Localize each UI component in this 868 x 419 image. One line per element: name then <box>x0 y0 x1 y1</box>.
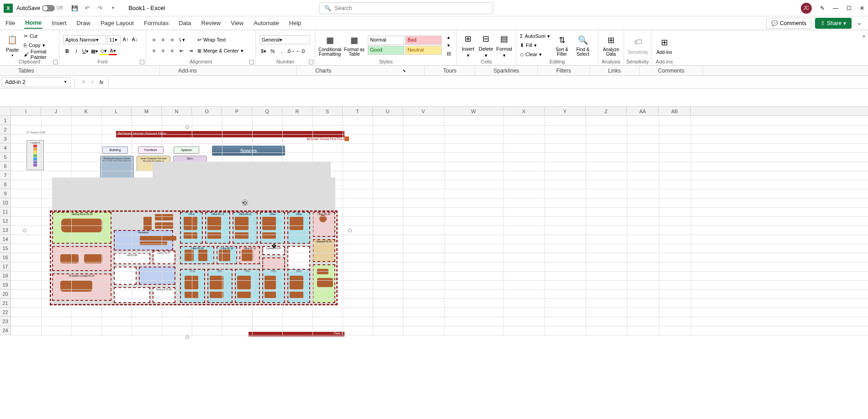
clipboard-dialog-icon[interactable] <box>53 60 58 64</box>
floorplan-furniture[interactable] <box>155 214 173 220</box>
row-header[interactable]: 2 <box>0 125 11 134</box>
tab-page-layout[interactable]: Page Layout <box>100 18 135 28</box>
ribbon2-sparklines[interactable]: Sparklines <box>475 66 538 75</box>
tab-view[interactable]: View <box>230 18 244 28</box>
row-header[interactable]: 14 <box>0 235 11 244</box>
align-middle-icon[interactable]: ≡ <box>159 36 167 44</box>
column-header[interactable]: L <box>101 107 132 115</box>
clear-button[interactable]: ◇ Clear ▾ <box>520 50 550 58</box>
orientation-icon[interactable]: ⤹▾ <box>177 36 185 44</box>
toggle-switch[interactable] <box>42 5 55 11</box>
floorplan-furniture[interactable] <box>210 292 223 298</box>
find-select-button[interactable]: 🔍Find & Select <box>574 32 592 58</box>
selection-handle[interactable] <box>23 229 26 232</box>
floorplan-furniture[interactable] <box>184 232 197 239</box>
floorplan-furniture[interactable] <box>317 278 333 287</box>
tab-automate[interactable]: Automate <box>253 18 280 28</box>
selection-handle[interactable] <box>348 229 352 232</box>
floorplan-furniture[interactable] <box>290 216 303 230</box>
ribbon2-add-ins[interactable]: Add-ins <box>160 66 297 75</box>
format-as-table-button[interactable]: ▦Format as Table <box>344 32 365 58</box>
column-header[interactable]: J <box>41 107 71 115</box>
tab-formulas[interactable]: Formulas <box>143 18 169 28</box>
tab-help[interactable]: Help <box>288 18 302 28</box>
row-header[interactable]: 6 <box>0 162 11 171</box>
wrap-text-button[interactable]: ↩ Wrap Text <box>197 36 243 44</box>
align-bottom-icon[interactable]: ≡ <box>168 36 176 44</box>
column-header[interactable]: X <box>503 107 545 115</box>
style-good[interactable]: Good <box>368 46 404 55</box>
ribbon2-comments[interactable]: Comments <box>640 66 703 75</box>
charts-dialog-icon[interactable]: ⬊ <box>402 68 406 73</box>
floorplan-furniture[interactable] <box>242 250 253 261</box>
ribbon2-charts[interactable]: Charts⬊ <box>297 66 425 75</box>
selection-handle[interactable] <box>185 335 189 339</box>
floorplan-furniture[interactable] <box>140 236 176 241</box>
tab-draw[interactable]: Draw <box>76 18 91 28</box>
tab-insert[interactable]: Insert <box>51 18 68 28</box>
decrease-decimal-icon[interactable]: ←.0 <box>296 47 304 55</box>
row-header[interactable]: 16 <box>0 253 11 262</box>
align-top-icon[interactable]: ≡ <box>150 36 158 44</box>
number-dialog-icon[interactable] <box>309 60 313 64</box>
select-all-corner[interactable] <box>0 107 11 115</box>
column-header[interactable]: O <box>192 107 222 115</box>
font-dialog-icon[interactable] <box>140 60 144 64</box>
pen-icon[interactable]: ✎ <box>820 5 825 11</box>
column-header[interactable]: Q <box>252 107 282 115</box>
styles-up-icon[interactable]: ▴ <box>445 33 453 41</box>
floorplan-furniture[interactable] <box>265 276 276 289</box>
column-header[interactable]: U <box>373 107 403 115</box>
row-header[interactable]: 3 <box>0 134 11 143</box>
rotate-handle-icon[interactable]: ⟲ <box>242 199 248 206</box>
increase-decimal-icon[interactable]: .0→ <box>287 47 295 55</box>
floorplan-room[interactable] <box>287 246 310 271</box>
autosum-button[interactable]: Σ AutoSum ▾ <box>520 32 550 40</box>
delete-button[interactable]: ⊟Delete▾ <box>478 32 493 58</box>
floorplan-room[interactable]: Corridor R1.07 <box>262 246 285 255</box>
insert-button[interactable]: ⊞Insert▾ <box>460 32 476 58</box>
row-header[interactable]: 8 <box>0 180 11 189</box>
qat-dropdown-icon[interactable]: ▼ <box>108 4 117 13</box>
floorplan-furniture[interactable] <box>317 269 328 274</box>
floorplan-furniture[interactable] <box>265 292 276 298</box>
border-button[interactable]: ▦▾ <box>90 47 99 55</box>
ribbon2-links[interactable]: Links <box>590 66 640 75</box>
decrease-font-icon[interactable]: A↓ <box>131 35 139 43</box>
undo-icon[interactable]: ↶ <box>83 4 92 13</box>
floorplan-room[interactable]: Lift R1.08 <box>114 253 150 264</box>
row-header[interactable]: 7 <box>0 171 11 180</box>
row-header[interactable]: 15 <box>0 244 11 253</box>
column-header[interactable]: R <box>282 107 312 115</box>
search-input[interactable]: 🔍 Search <box>319 2 493 14</box>
floorplan-furniture[interactable] <box>262 232 276 239</box>
fx-icon[interactable]: fx <box>97 78 106 86</box>
floorplan-furniture[interactable] <box>207 232 221 239</box>
column-header[interactable]: P <box>222 107 252 115</box>
row-header[interactable]: 22 <box>0 308 11 317</box>
floorplan-furniture[interactable] <box>184 216 197 230</box>
bold-button[interactable]: B <box>63 47 71 55</box>
column-header[interactable]: Z <box>586 107 627 115</box>
fill-color-button[interactable]: ◇▾ <box>100 47 108 55</box>
decrease-indent-icon[interactable]: ⇤ <box>177 47 185 55</box>
row-header[interactable]: 23 <box>0 317 11 326</box>
floorplan-furniture[interactable] <box>198 250 207 261</box>
floorplan-furniture[interactable] <box>235 232 249 239</box>
chevron-icon[interactable]: ⌄ <box>855 18 863 29</box>
tab-review[interactable]: Review <box>201 18 222 28</box>
ribbon2-tables[interactable]: Tables <box>0 66 160 75</box>
style-normal[interactable]: Normal <box>368 36 404 45</box>
formula-input[interactable] <box>108 77 868 87</box>
row-header[interactable]: 13 <box>0 225 11 235</box>
align-left-icon[interactable]: ≡ <box>150 47 158 55</box>
floorplan-furniture[interactable] <box>185 292 198 298</box>
column-header[interactable]: S <box>312 107 343 115</box>
comma-icon[interactable]: , <box>278 47 286 55</box>
close-icon[interactable]: ✕ <box>860 5 864 11</box>
row-header[interactable]: 1 <box>0 116 11 125</box>
floorplan-furniture[interactable] <box>185 276 198 289</box>
currency-icon[interactable]: $▾ <box>259 47 268 55</box>
tab-file[interactable]: File <box>5 18 16 28</box>
format-button[interactable]: ▤Format▾ <box>496 32 512 58</box>
